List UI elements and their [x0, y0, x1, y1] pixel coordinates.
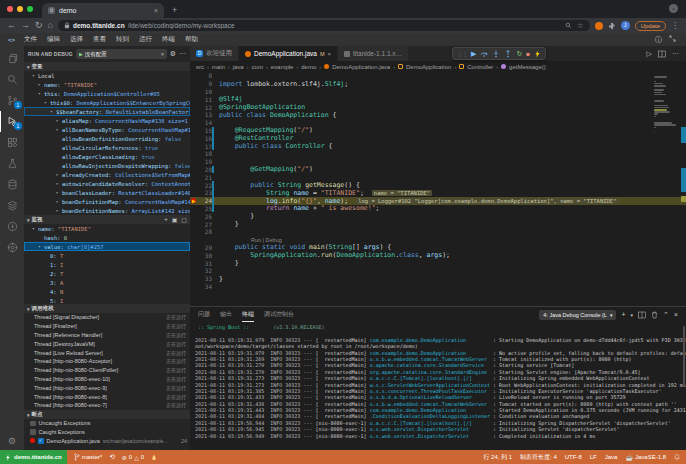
add-expression-icon[interactable]: + [164, 216, 168, 223]
launch-config-dropdown[interactable]: ▶ 没有配置 ▾ [76, 49, 167, 59]
activity-search-icon[interactable] [0, 69, 24, 90]
menu-item-终端[interactable]: 终端 [157, 35, 180, 42]
gutter[interactable] [190, 275, 198, 283]
menu-item-编辑[interactable]: 编辑 [42, 35, 65, 42]
code-line[interactable]: 19 [190, 158, 686, 166]
thread-row[interactable]: Thread [http-nio-8080-ClientPoller]正在运行 [24, 366, 190, 375]
window-controls[interactable] [7, 6, 33, 12]
minimap[interactable] [654, 74, 678, 135]
code-line[interactable]: 23 String name = "TITANIDE";name = "TITA… [190, 189, 686, 197]
gutter[interactable] [190, 189, 198, 197]
split-editor-icon[interactable] [658, 50, 666, 58]
bookmark-star-icon[interactable]: ☆ [577, 22, 583, 30]
code-line[interactable]: 8 [190, 72, 686, 80]
menu-item-转到[interactable]: 转到 [111, 35, 134, 42]
breadcrumb-item[interactable]: DemoApplication [406, 64, 451, 70]
debug-settings-gear-icon[interactable]: ⚙ [170, 50, 176, 58]
variable-row[interactable]: 5: I [24, 296, 190, 304]
home-icon[interactable]: ⌂ [48, 21, 53, 30]
run-file-icon[interactable]: ▷ [647, 50, 652, 58]
code-line[interactable]: 32 [190, 267, 686, 275]
editor-tab-DemoApplication.java[interactable]: DemoApplication.javaM× [239, 46, 338, 61]
address-bar[interactable]: demo.titanide.cn/ide/web/coding/demo/my-… [58, 20, 590, 31]
variable-row[interactable]: allowCircularReferences: true [24, 143, 190, 152]
code-line[interactable]: 9import lombok.extern.slf4j.Slf4j; [190, 80, 686, 88]
code-line[interactable]: 30 SpringApplication.run(DemoApplication… [190, 251, 686, 259]
new-terminal-chevron-icon[interactable]: ▾ [631, 312, 634, 318]
extension-avatar-icon[interactable] [595, 22, 603, 30]
step-out-icon[interactable] [504, 50, 512, 58]
thread-row[interactable]: Thread [DestroyJavaVM]正在运行 [24, 339, 190, 348]
variable-row[interactable]: ▸beanDefinitionMap: ConcurrentHashMap#14… [24, 197, 190, 206]
breadcrumb-item[interactable]: src [196, 64, 204, 70]
gutter[interactable] [190, 244, 198, 252]
variable-row[interactable]: ▾name: "TITANIDE" [24, 224, 190, 233]
variable-row[interactable]: ▾Local [24, 71, 190, 80]
menu-item-查看[interactable]: 查看 [88, 35, 111, 42]
gutter[interactable] [190, 220, 198, 228]
activity-layers-icon[interactable] [0, 195, 24, 216]
code-line[interactable]: 28 [190, 228, 686, 236]
code-line[interactable]: 18 [190, 150, 686, 158]
activity-debug-icon[interactable]: 1 [0, 111, 24, 132]
hot-reload-status[interactable] [151, 454, 157, 461]
profile-avatar[interactable]: J [621, 21, 630, 30]
breadcrumb[interactable]: src›main›java›com›example›demo›DemoAppli… [190, 61, 686, 72]
gutter[interactable] [190, 134, 198, 142]
code-line[interactable]: 31 } [190, 259, 686, 267]
code-line[interactable]: 25 return name + " is awesome!"; [190, 205, 686, 213]
variable-row[interactable]: 4: N [24, 287, 190, 296]
breakpoint-checkbox[interactable] [30, 429, 36, 435]
editor-tab-titanide-1.1.1.x…[interactable]: titanide-1.1.1.x… [338, 46, 409, 61]
new-tab-button[interactable]: + [172, 5, 177, 15]
remote-indicator[interactable]: demo.titanide.cn [0, 450, 67, 464]
code-line[interactable]: 16 @RestController [190, 134, 686, 142]
gutter[interactable] [190, 283, 198, 291]
code-line[interactable]: 34 [190, 283, 686, 291]
stop-icon[interactable]: ■ [526, 51, 530, 57]
menu-item-运行[interactable]: 运行 [134, 35, 157, 42]
close-tab-icon[interactable]: × [327, 51, 331, 57]
menu-item-文件[interactable]: 文件 [19, 35, 42, 42]
close-window-button[interactable] [7, 6, 13, 12]
code-line[interactable]: 21 [190, 173, 686, 181]
editor-tab-欢迎使用[interactable]: D欢迎使用 [190, 46, 239, 61]
activity-target-icon[interactable] [0, 237, 24, 258]
code-line[interactable]: 10 [190, 88, 686, 96]
variable-row[interactable]: ▾$$beanFactory: DefaultListableBeanFacto… [24, 107, 190, 116]
activity-test-icon[interactable] [0, 153, 24, 174]
activity-extensions-icon[interactable] [0, 132, 24, 153]
code-line[interactable]: 17 public class Controller { [190, 142, 686, 150]
gutter[interactable] [190, 80, 198, 88]
expand-icon[interactable] [669, 35, 676, 42]
thread-row[interactable]: Thread [Live Reload Server]正在运行 [24, 348, 190, 357]
variables-section-header[interactable]: ▾ 变量 [24, 62, 190, 71]
code-line[interactable]: 27 } [190, 220, 686, 228]
editor-more-icon[interactable]: ⋯ [672, 50, 679, 58]
code-line[interactable]: 15 @RequestMapping("/") [190, 127, 686, 135]
thread-row[interactable]: Thread [http-nio-8080-exec-8]正在运行 [24, 392, 190, 401]
extensions-puzzle-icon[interactable] [608, 22, 616, 30]
problems-status[interactable]: ⊘0 △0 [122, 454, 144, 461]
breadcrumb-item[interactable]: main [212, 64, 225, 70]
gutter[interactable] [190, 173, 198, 181]
gutter[interactable]: ▶ [190, 197, 198, 205]
search-icon[interactable] [565, 22, 572, 29]
variable-row[interactable]: allowRawInjectionDespiteWrapping: false [24, 161, 190, 170]
gutter[interactable] [190, 111, 198, 119]
status-item[interactable]: ☕JavaSE-1.8 [625, 454, 666, 461]
menu-item-选择[interactable]: 选择 [65, 35, 88, 42]
gutter[interactable] [190, 127, 198, 135]
close-panel-icon[interactable]: × [674, 311, 678, 318]
variable-row[interactable]: ▸alreadyCreated: Collections$SetFromMap#… [24, 170, 190, 179]
variable-row[interactable]: ▾value: char[8]#257 [24, 242, 190, 251]
watch-section-header[interactable]: ▾ 监视 + ▣ ▢ [24, 215, 190, 224]
breakpoint-checkbox[interactable] [30, 421, 36, 427]
status-item[interactable]: Java [605, 454, 618, 460]
code-line[interactable]: 33} [190, 275, 686, 283]
variable-row[interactable]: ▾this: DemoApplication$Controller#85 [24, 89, 190, 98]
thread-row[interactable]: Thread [http-nio-8080-exec-10]正在运行 [24, 375, 190, 384]
thread-row[interactable]: Thread [Reference Handler]正在运行 [24, 331, 190, 340]
terminal-scrollbar[interactable] [683, 326, 685, 386]
forward-icon[interactable]: → [21, 21, 30, 30]
